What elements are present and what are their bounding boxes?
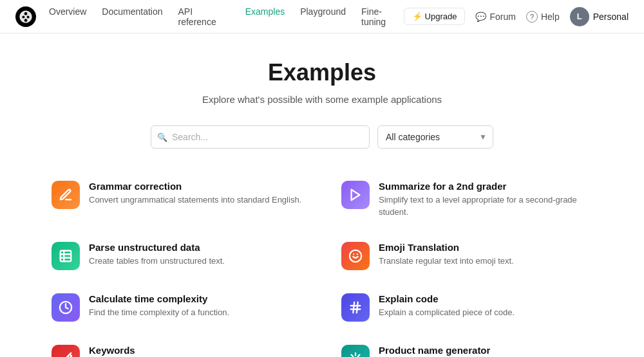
- help-button[interactable]: ? Help: [526, 11, 560, 23]
- avatar: L: [570, 7, 589, 26]
- calculate-time-complexity-desc: Find the time complexity of a function.: [89, 307, 303, 319]
- forum-icon: 💬: [475, 12, 486, 22]
- logo[interactable]: [15, 6, 36, 27]
- svg-rect-2: [61, 250, 71, 261]
- svg-marker-1: [352, 190, 360, 201]
- grammar-correction-desc: Convert ungrammatical statements into st…: [89, 194, 303, 206]
- navbar: Overview Documentation API reference Exa…: [0, 0, 644, 33]
- calculate-time-complexity-text: Calculate time complexityFind the time c…: [89, 293, 303, 319]
- emoji-translation-desc: Translate regular text into emoji text.: [379, 255, 592, 268]
- personal-label: Personal: [593, 12, 629, 22]
- svg-line-16: [352, 354, 354, 356]
- grammar-correction-title: Grammar correction: [89, 181, 303, 192]
- page-subtitle: Explore what's possible with some exampl…: [45, 94, 599, 105]
- calculate-time-complexity-icon: [52, 293, 80, 322]
- example-item-explain-code[interactable]: Explain codeExplain a complicated piece …: [335, 284, 599, 331]
- example-item-parse-unstructured-data[interactable]: Parse unstructured dataCreate tables fro…: [45, 233, 309, 279]
- example-item-keywords[interactable]: KeywordsExtract keywords from a block of…: [45, 336, 309, 357]
- nav-api-reference[interactable]: API reference: [178, 6, 230, 27]
- summarize-2nd-grader-icon: [341, 181, 370, 209]
- grammar-correction-icon: [52, 181, 80, 209]
- example-item-emoji-translation[interactable]: Emoji TranslationTranslate regular text …: [335, 233, 599, 279]
- example-item-grammar-correction[interactable]: Grammar correctionConvert ungrammatical …: [45, 172, 309, 228]
- keywords-title: Keywords: [89, 345, 303, 356]
- account-menu[interactable]: L Personal: [570, 7, 629, 26]
- product-name-generator-icon: [341, 345, 370, 357]
- svg-line-12: [353, 302, 354, 313]
- emoji-translation-title: Emoji Translation: [379, 242, 592, 253]
- nav-fine-tuning[interactable]: Fine-tuning: [361, 6, 404, 27]
- product-name-generator-title: Product name generator: [379, 345, 592, 356]
- grammar-correction-text: Grammar correctionConvert ungrammatical …: [89, 181, 303, 206]
- svg-line-21: [358, 354, 360, 356]
- search-filter-controls: 🔍 All categories Text Code Image Languag…: [45, 125, 599, 149]
- explain-code-desc: Explain a complicated piece of code.: [379, 307, 592, 319]
- nav-right: ⚡ Upgrade 💬 Forum ? Help L Personal: [404, 7, 629, 26]
- nav-playground[interactable]: Playground: [300, 6, 346, 27]
- nav-examples[interactable]: Examples: [245, 6, 285, 27]
- emoji-translation-text: Emoji TranslationTranslate regular text …: [379, 242, 592, 268]
- help-icon: ?: [526, 11, 538, 23]
- example-item-summarize-2nd-grader[interactable]: Summarize for a 2nd graderSimplify text …: [335, 172, 599, 228]
- explain-code-title: Explain code: [379, 293, 592, 304]
- summarize-2nd-grader-text: Summarize for a 2nd graderSimplify text …: [379, 181, 592, 219]
- page-title: Examples: [45, 59, 599, 86]
- parse-unstructured-data-text: Parse unstructured dataCreate tables fro…: [89, 242, 303, 268]
- nav-links: Overview Documentation API reference Exa…: [49, 6, 404, 27]
- examples-grid: Grammar correctionConvert ungrammatical …: [45, 172, 599, 357]
- search-icon: 🔍: [157, 133, 167, 142]
- product-name-generator-text: Product name generatorGenerate product n…: [379, 345, 592, 357]
- nav-documentation[interactable]: Documentation: [102, 6, 162, 27]
- forum-button[interactable]: 💬 Forum: [475, 12, 515, 22]
- calculate-time-complexity-title: Calculate time complexity: [89, 293, 303, 304]
- keywords-text: KeywordsExtract keywords from a block of…: [89, 345, 303, 357]
- example-item-calculate-time-complexity[interactable]: Calculate time complexityFind the time c…: [45, 284, 309, 331]
- category-select-wrapper: All categories Text Code Image Language …: [377, 125, 493, 149]
- search-wrapper: 🔍: [151, 125, 370, 149]
- parse-unstructured-data-icon: [52, 242, 80, 270]
- nav-overview[interactable]: Overview: [49, 6, 86, 27]
- emoji-translation-icon: [341, 242, 370, 270]
- upgrade-label: Upgrade: [425, 12, 457, 21]
- svg-line-13: [357, 302, 358, 313]
- search-input[interactable]: [151, 125, 370, 149]
- lightning-icon: ⚡: [412, 12, 422, 21]
- category-select[interactable]: All categories Text Code Image Language: [377, 125, 493, 149]
- summarize-2nd-grader-title: Summarize for a 2nd grader: [379, 181, 592, 192]
- summarize-2nd-grader-desc: Simplify text to a level appropriate for…: [379, 194, 592, 219]
- keywords-icon: [52, 345, 80, 357]
- explain-code-text: Explain codeExplain a complicated piece …: [379, 293, 592, 319]
- svg-point-6: [350, 250, 361, 262]
- parse-unstructured-data-title: Parse unstructured data: [89, 242, 303, 253]
- explain-code-icon: [341, 293, 370, 322]
- parse-unstructured-data-desc: Create tables from unstructured text.: [89, 255, 303, 268]
- example-item-product-name-generator[interactable]: Product name generatorGenerate product n…: [335, 336, 599, 357]
- upgrade-button[interactable]: ⚡ Upgrade: [404, 8, 466, 25]
- main-content: Examples Explore what's possible with so…: [32, 33, 612, 357]
